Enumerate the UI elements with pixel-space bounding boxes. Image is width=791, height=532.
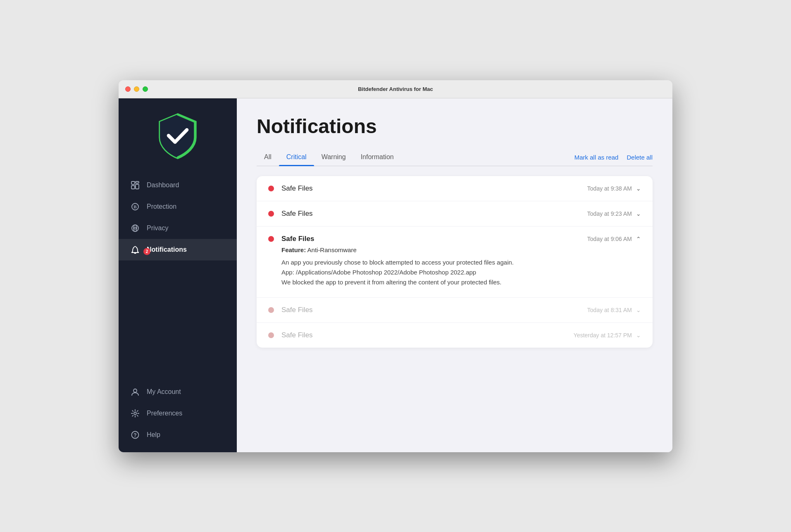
delete-all-button[interactable]: Delete all (627, 154, 653, 161)
maximize-button[interactable] (143, 86, 148, 92)
notification-time: Today at 8:31 AM (587, 307, 632, 313)
sidebar-item-notifications-label: Notifications (147, 246, 187, 253)
notification-title: Safe Files (281, 184, 587, 193)
sidebar-item-dashboard[interactable]: Dashboard (119, 174, 237, 196)
tabs-actions: Mark all as read Delete all (574, 154, 653, 161)
notification-expanded-content: Feature: Anti-Ransomware An app you prev… (268, 243, 641, 289)
preferences-icon (130, 408, 140, 418)
sidebar: Dashboard B Protection (119, 98, 237, 452)
close-button[interactable] (125, 86, 131, 92)
sidebar-item-protection[interactable]: B Protection (119, 196, 237, 217)
notification-unread-dot (268, 236, 274, 242)
sidebar-item-preferences[interactable]: Preferences (119, 403, 237, 424)
notification-row[interactable]: Safe Files Today at 9:38 AM ⌄ (257, 176, 653, 201)
chevron-down-icon: ⌄ (636, 185, 641, 192)
sidebar-bottom: My Account Preferences (119, 381, 237, 446)
notification-time: Today at 9:06 AM (587, 236, 632, 242)
sidebar-nav: Dashboard B Protection (119, 174, 237, 381)
privacy-icon (130, 223, 140, 233)
svg-point-6 (132, 225, 138, 231)
notification-title: Safe Files (281, 331, 574, 339)
tab-all[interactable]: All (257, 149, 279, 166)
mark-all-read-button[interactable]: Mark all as read (574, 154, 619, 161)
sidebar-logo (119, 98, 237, 170)
sidebar-item-help[interactable]: ? Help (119, 424, 237, 446)
notification-row-expanded[interactable]: Safe Files Today at 9:06 AM ⌃ Feature: A… (257, 227, 653, 298)
tab-warning[interactable]: Warning (314, 149, 353, 166)
notifications-icon: 2 (130, 245, 140, 255)
chevron-up-icon: ⌃ (636, 236, 641, 242)
svg-text:?: ? (133, 432, 136, 438)
notification-read-dot (268, 307, 274, 313)
content-area: Notifications All Critical Warning Infor… (237, 98, 672, 452)
sidebar-item-privacy-label: Privacy (147, 224, 168, 232)
dashboard-icon (130, 180, 140, 190)
notification-row[interactable]: Safe Files Today at 8:31 AM ⌄ (257, 298, 653, 323)
app-body: Dashboard B Protection (119, 98, 672, 452)
sidebar-item-my-account-label: My Account (147, 388, 181, 396)
notification-row[interactable]: Safe Files Today at 9:23 AM ⌄ (257, 201, 653, 227)
tabs-list: All Critical Warning Information (257, 149, 574, 166)
page-title: Notifications (257, 115, 653, 138)
tab-critical[interactable]: Critical (279, 149, 314, 166)
notification-title: Safe Files (281, 306, 587, 314)
svg-point-9 (133, 389, 137, 392)
feature-value: Anti-Ransomware (307, 246, 357, 253)
tab-information[interactable]: Information (353, 149, 401, 166)
sidebar-item-privacy[interactable]: Privacy (119, 217, 237, 239)
minimize-button[interactable] (134, 86, 139, 92)
svg-point-8 (134, 227, 136, 229)
sidebar-item-preferences-label: Preferences (147, 410, 182, 417)
notification-badge-count: 2 (143, 248, 150, 255)
feature-label: Feature: (281, 246, 306, 253)
svg-rect-1 (136, 181, 139, 183)
notification-read-dot (268, 332, 274, 338)
svg-rect-2 (136, 184, 139, 189)
window-controls (125, 86, 148, 92)
main-content: Notifications All Critical Warning Infor… (237, 98, 672, 452)
chevron-down-icon: ⌄ (636, 332, 641, 339)
sidebar-item-notifications[interactable]: 2 Notifications (119, 239, 237, 260)
notification-time: Yesterday at 12:57 PM (574, 332, 632, 339)
bitdefender-logo-icon (153, 111, 203, 160)
titlebar: Bitdefender Antivirus for Mac (119, 80, 672, 98)
notification-title: Safe Files (281, 235, 587, 243)
help-icon: ? (130, 430, 140, 440)
notification-unread-dot (268, 211, 274, 217)
notification-title: Safe Files (281, 210, 587, 218)
notification-body: An app you previously chose to block att… (281, 258, 641, 287)
chevron-down-icon: ⌄ (636, 307, 641, 313)
protection-icon: B (130, 202, 140, 212)
tabs-container: All Critical Warning Information Mark al… (257, 149, 653, 166)
notification-time: Today at 9:23 AM (587, 210, 632, 217)
window-title: Bitdefender Antivirus for Mac (358, 86, 433, 92)
account-icon (130, 387, 140, 397)
svg-rect-0 (131, 181, 135, 184)
notification-row[interactable]: Safe Files Yesterday at 12:57 PM ⌄ (257, 323, 653, 348)
sidebar-item-protection-label: Protection (147, 203, 176, 210)
notification-time: Today at 9:38 AM (587, 185, 632, 192)
sidebar-item-my-account[interactable]: My Account (119, 381, 237, 403)
svg-point-10 (134, 412, 136, 415)
notification-unread-dot (268, 186, 274, 191)
notification-feature: Feature: Anti-Ransomware (281, 246, 641, 253)
sidebar-item-help-label: Help (147, 431, 160, 439)
app-window: Bitdefender Antivirus for Mac (119, 80, 672, 452)
sidebar-item-dashboard-label: Dashboard (147, 181, 179, 189)
svg-rect-3 (131, 186, 135, 189)
chevron-down-icon: ⌄ (636, 210, 641, 217)
svg-text:B: B (133, 204, 137, 209)
notifications-card: Safe Files Today at 9:38 AM ⌄ Safe Files… (257, 176, 653, 348)
